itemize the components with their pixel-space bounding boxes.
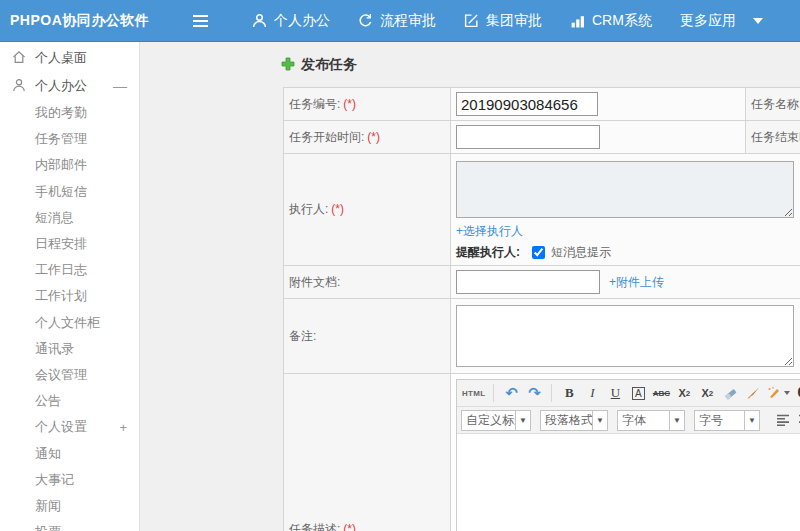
attachment-label-cell: 附件文档: — [284, 266, 451, 299]
collapse-icon[interactable]: — — [113, 78, 127, 94]
description-label-cell: 任务描述:(*) — [284, 374, 451, 531]
eraser-icon — [723, 386, 738, 400]
magic-pen-icon — [767, 386, 781, 400]
sidebar-item-personal-settings[interactable]: 个人设置 + — [0, 414, 139, 440]
sidebar: 个人桌面 个人办公 — 我的考勤 任务管理 内部邮件 手机短信 短消息 日程安排… — [0, 42, 140, 531]
sidebar-item-label: 通讯录 — [35, 340, 74, 358]
nav-group-approval[interactable]: 集团审批 — [450, 0, 556, 42]
eraser-button[interactable] — [720, 383, 740, 403]
field-label: 执行人: — [289, 202, 328, 216]
field-label: 任务结束时间: — [751, 130, 800, 144]
sidebar-item-address-book[interactable]: 通讯录 — [0, 336, 139, 362]
sidebar-item-mobile-sms[interactable]: 手机短信 — [0, 179, 139, 205]
editor-content-area[interactable] — [457, 434, 800, 531]
source-code-button[interactable]: HTML — [461, 383, 486, 403]
sidebar-item-internal-mail[interactable]: 内部邮件 — [0, 152, 139, 178]
nav-workflow-approval[interactable]: 流程审批 — [344, 0, 450, 42]
sidebar-item-label: 公告 — [35, 392, 61, 410]
remark-label-cell: 备注: — [284, 299, 451, 374]
nav-personal-office[interactable]: 个人办公 — [238, 0, 344, 42]
app-brand: PHPOA协同办公软件 — [0, 12, 150, 30]
sidebar-item-news[interactable]: 新闻 — [0, 493, 139, 519]
highlight-pen-button[interactable] — [766, 383, 791, 403]
sidebar-item-notice[interactable]: 通知 — [0, 440, 139, 466]
sidebar-item-label: 任务管理 — [35, 130, 87, 148]
field-label: 备注: — [289, 329, 316, 343]
sidebar-item-vote[interactable]: 投票 — [0, 519, 139, 531]
sidebar-item-personal-office[interactable]: 个人办公 — — [0, 72, 139, 100]
remark-textarea[interactable] — [456, 305, 794, 367]
strikethrough-button[interactable]: ABC — [651, 383, 671, 403]
blockquote-button[interactable]: 66 — [794, 383, 800, 403]
format-brush-button[interactable] — [743, 383, 763, 403]
sidebar-item-label: 工作日志 — [35, 261, 87, 279]
table-row: 任务描述:(*) HTML ↶ ↷ B I U A ABC — [284, 374, 800, 531]
add-icon — [281, 57, 295, 74]
sidebar-item-events[interactable]: 大事记 — [0, 467, 139, 493]
sidebar-item-schedule[interactable]: 日程安排 — [0, 231, 139, 257]
sidebar-item-personal-files[interactable]: 个人文件柜 — [0, 310, 139, 336]
caret-down-icon — [784, 391, 790, 395]
caret-down-icon: ▼ — [669, 411, 684, 430]
table-row: 备注: — [284, 299, 800, 374]
align-left-button[interactable] — [773, 410, 793, 430]
sidebar-item-short-message[interactable]: 短消息 — [0, 205, 139, 231]
nav-label: 集团审批 — [486, 12, 542, 30]
redo-button[interactable]: ↷ — [524, 383, 544, 403]
sidebar-item-label: 大事记 — [35, 471, 74, 489]
nav-more-apps[interactable]: 更多应用 — [666, 0, 777, 42]
sidebar-item-label: 我的考勤 — [35, 104, 87, 122]
bold-button[interactable]: B — [559, 383, 579, 403]
underline-button[interactable]: U — [605, 383, 625, 403]
required-mark: (*) — [343, 97, 356, 111]
sidebar-item-label: 通知 — [35, 445, 61, 463]
hamburger-menu-icon[interactable] — [190, 11, 210, 31]
subscript-button[interactable]: X2 — [697, 383, 717, 403]
chart-icon — [570, 13, 585, 28]
sidebar-item-task-management[interactable]: 任务管理 — [0, 126, 139, 152]
sidebar-item-work-plan[interactable]: 工作计划 — [0, 283, 139, 309]
sidebar-item-label: 个人桌面 — [35, 49, 87, 67]
caret-down-icon — [753, 18, 763, 24]
sms-remind-checkbox[interactable] — [532, 246, 545, 259]
start-time-input[interactable] — [456, 125, 600, 149]
table-row: 附件文档: +附件上传 — [284, 266, 800, 299]
sidebar-item-announcement[interactable]: 公告 — [0, 388, 139, 414]
task-no-label-cell: 任务编号:(*) — [284, 88, 451, 121]
custom-heading-select[interactable]: 自定义标题▼ — [461, 410, 531, 431]
executor-textarea[interactable] — [456, 161, 794, 218]
sidebar-item-my-attendance[interactable]: 我的考勤 — [0, 100, 139, 126]
font-family-select[interactable]: 字体▼ — [617, 410, 685, 431]
edit-icon — [464, 13, 479, 28]
nav-crm-system[interactable]: CRM系统 — [556, 0, 666, 42]
align-center-button[interactable] — [795, 410, 800, 430]
sms-remind-label: 短消息提示 — [551, 244, 611, 261]
superscript-button[interactable]: X2 — [674, 383, 694, 403]
attachment-upload-link[interactable]: +附件上传 — [609, 274, 664, 291]
home-icon — [12, 50, 26, 67]
sidebar-item-work-log[interactable]: 工作日志 — [0, 257, 139, 283]
task-no-input[interactable] — [456, 92, 598, 116]
top-nav: 个人办公 流程审批 集团审批 CRM系统 更多应用 — [238, 0, 777, 42]
sidebar-item-label: 工作计划 — [35, 287, 87, 305]
sidebar-item-label: 短消息 — [35, 209, 74, 227]
attachment-input[interactable] — [456, 270, 600, 294]
executor-label-cell: 执行人:(*) — [284, 154, 451, 266]
required-mark: (*) — [331, 202, 344, 216]
undo-button[interactable]: ↶ — [501, 383, 521, 403]
start-time-label-cell: 任务开始时间:(*) — [284, 121, 451, 154]
main-content: 发布任务 任务编号:(*) 任务名称:(*) 任务开始时间:(*) 任务结束时间… — [141, 42, 800, 531]
expand-icon[interactable]: + — [119, 420, 127, 435]
choose-executor-link[interactable]: +选择执行人 — [456, 224, 523, 238]
paragraph-format-select[interactable]: 段落格式▼ — [540, 410, 608, 431]
sidebar-item-label: 内部邮件 — [35, 156, 87, 174]
caret-down-icon: ▼ — [515, 411, 530, 430]
font-size-select[interactable]: 字号▼ — [694, 410, 760, 431]
nav-label: 个人办公 — [274, 12, 330, 30]
font-style-button[interactable]: A — [628, 383, 648, 403]
sidebar-item-meeting-management[interactable]: 会议管理 — [0, 362, 139, 388]
italic-button[interactable]: I — [582, 383, 602, 403]
sidebar-item-label: 新闻 — [35, 497, 61, 515]
user-icon — [12, 78, 26, 95]
sidebar-item-personal-desktop[interactable]: 个人桌面 — [0, 44, 139, 72]
